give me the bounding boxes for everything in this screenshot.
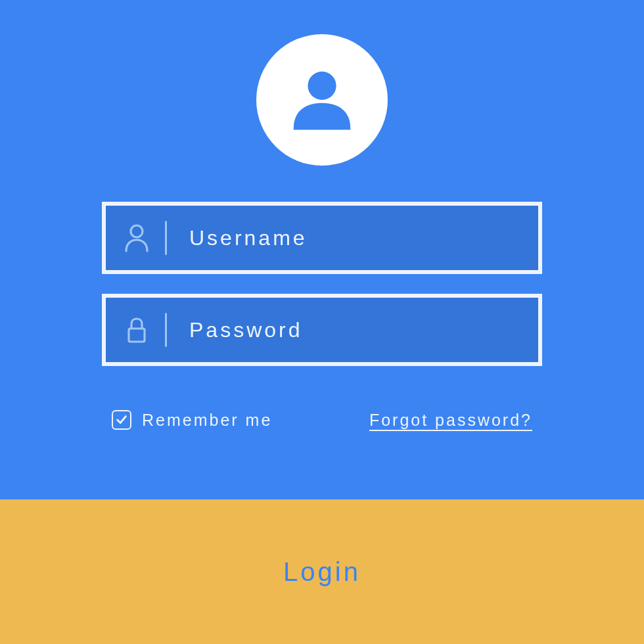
- password-field[interactable]: [102, 294, 542, 366]
- login-screen: Remember me Forgot password? Login: [0, 0, 644, 644]
- avatar-badge: [256, 34, 388, 166]
- username-field[interactable]: [102, 202, 542, 274]
- user-icon: [283, 60, 361, 139]
- field-separator: [165, 313, 167, 347]
- forgot-password-link[interactable]: Forgot password?: [369, 411, 532, 430]
- login-button[interactable]: Login: [0, 499, 644, 644]
- login-button-label: Login: [283, 557, 361, 587]
- remember-me-label: Remember me: [142, 411, 272, 430]
- field-separator: [165, 221, 167, 255]
- aux-row: Remember me Forgot password?: [112, 410, 532, 430]
- remember-me-toggle[interactable]: Remember me: [112, 410, 272, 430]
- checkbox-icon: [112, 410, 131, 430]
- username-input[interactable]: [189, 226, 524, 250]
- person-icon: [120, 223, 153, 252]
- svg-rect-2: [129, 329, 145, 342]
- svg-point-0: [308, 72, 336, 100]
- lock-icon: [120, 315, 153, 344]
- login-form: [102, 202, 542, 386]
- svg-point-1: [131, 225, 143, 237]
- password-input[interactable]: [189, 318, 524, 342]
